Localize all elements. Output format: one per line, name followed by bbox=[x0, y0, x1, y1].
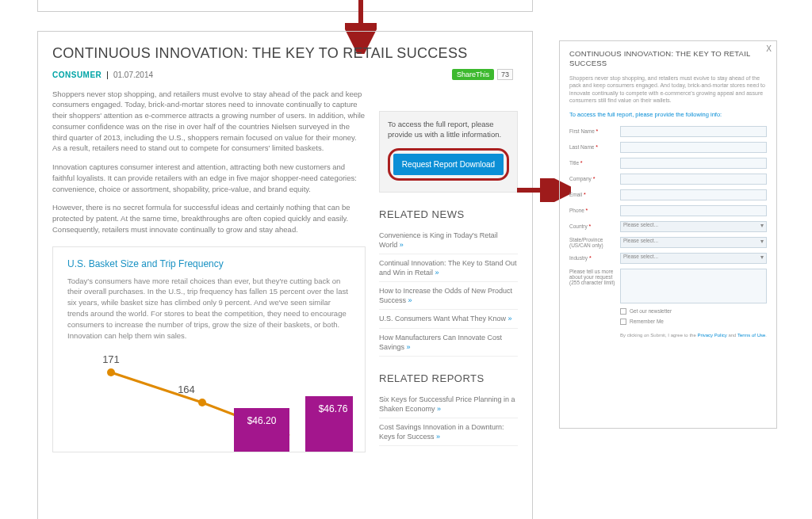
article-sidebar: To access the full report, please provid… bbox=[379, 111, 518, 446]
share-button[interactable]: ShareThis bbox=[452, 69, 494, 80]
article-meta: CONSUMER | 01.07.2014 ShareThis 73 bbox=[52, 71, 518, 79]
chart-plot: 171 164 $46.20 $46.76 bbox=[67, 349, 353, 452]
chart-desc: Today's consumers have more retail choic… bbox=[67, 276, 350, 342]
chart-title: U.S. Basket Size and Trip Frequency bbox=[67, 258, 350, 269]
chart-line-label-1: 164 bbox=[178, 384, 195, 395]
related-reports-heading: RELATED REPORTS bbox=[379, 372, 518, 384]
last-name-field[interactable] bbox=[620, 142, 767, 153]
related-news-item[interactable]: How to Increase the Odds of New Product … bbox=[379, 282, 518, 310]
request-report-button[interactable]: Request Report Download bbox=[393, 154, 504, 175]
state-select[interactable]: Please select... bbox=[620, 237, 767, 248]
first-name-field[interactable] bbox=[620, 126, 767, 137]
related-news-item[interactable]: How Manufacturers Can Innovate Cost Savi… bbox=[379, 329, 518, 357]
related-report-item[interactable]: Six Keys for Successful Price Planning i… bbox=[379, 391, 518, 418]
chart-bar-label-1: $46.76 bbox=[319, 403, 348, 414]
terms-link[interactable]: Terms of Use bbox=[737, 333, 765, 338]
cta-box: To access the full report, please provid… bbox=[379, 111, 518, 193]
newsletter-checkbox[interactable] bbox=[620, 308, 626, 315]
request-textarea[interactable] bbox=[620, 269, 767, 303]
category-link[interactable]: CONSUMER bbox=[52, 71, 102, 79]
article-card: CONTINUOUS INNOVATION: THE KEY TO RETAIL… bbox=[37, 31, 533, 519]
phone-field[interactable] bbox=[620, 205, 767, 216]
chart-line-label-0: 171 bbox=[102, 353, 120, 365]
company-field[interactable] bbox=[620, 174, 767, 185]
share-count: 73 bbox=[497, 69, 513, 80]
top-card-stub bbox=[37, 0, 533, 12]
related-news-item[interactable]: Continual Innovation: The Key to Stand O… bbox=[379, 254, 518, 282]
article-date: 01.07.2014 bbox=[113, 71, 153, 79]
country-select[interactable]: Please select... bbox=[620, 221, 767, 232]
form-title: CONTINUOUS INNOVATION: THE KEY TO RETAIL… bbox=[569, 49, 767, 68]
chart-bar-label-0: $46.20 bbox=[247, 415, 277, 426]
related-reports-list: Six Keys for Successful Price Planning i… bbox=[379, 391, 518, 447]
paragraph: However, there is no secret formula for … bbox=[52, 202, 366, 235]
newsletter-label: Get our newsletter bbox=[630, 308, 672, 314]
svg-point-1 bbox=[107, 368, 115, 376]
chart-box: U.S. Basket Size and Trip Frequency Toda… bbox=[52, 246, 366, 453]
related-news-list: Convenience is King in Today's Retail Wo… bbox=[379, 227, 518, 357]
remember-checkbox[interactable] bbox=[620, 319, 626, 325]
form-intro: Shoppers never stop shopping, and retail… bbox=[569, 74, 767, 105]
privacy-link[interactable]: Privacy Policy bbox=[697, 333, 726, 338]
related-news-item[interactable]: U.S. Consumers Want What They Know » bbox=[379, 310, 518, 328]
paragraph: Shoppers never stop shopping, and retail… bbox=[52, 89, 366, 155]
form-footnote: By clicking on Submit, I agree to the Pr… bbox=[620, 333, 767, 338]
paragraph: Innovation captures consumer interest an… bbox=[52, 162, 366, 194]
article-body: Shoppers never stop shopping, and retail… bbox=[52, 89, 366, 453]
related-news-heading: RELATED NEWS bbox=[379, 208, 518, 220]
close-icon[interactable]: X bbox=[766, 44, 772, 53]
cta-text: To access the full report, please provid… bbox=[388, 120, 509, 140]
meta-sep: | bbox=[106, 71, 109, 79]
related-report-item[interactable]: Cost Savings Innovation in a Downturn: K… bbox=[379, 418, 518, 446]
form-cta: To access the full report, please provid… bbox=[569, 111, 767, 118]
title-field[interactable] bbox=[620, 158, 767, 169]
svg-point-2 bbox=[198, 399, 206, 406]
report-form-modal: X CONTINUOUS INNOVATION: THE KEY TO RETA… bbox=[559, 40, 777, 429]
email-field[interactable] bbox=[620, 189, 767, 200]
remember-label: Remember Me bbox=[630, 319, 664, 324]
article-title: CONTINUOUS INNOVATION: THE KEY TO RETAIL… bbox=[52, 44, 518, 63]
related-news-item[interactable]: Convenience is King in Today's Retail Wo… bbox=[379, 227, 518, 254]
cta-highlight-ring: Request Report Download bbox=[388, 148, 509, 181]
industry-select[interactable]: Please select... bbox=[620, 253, 767, 264]
